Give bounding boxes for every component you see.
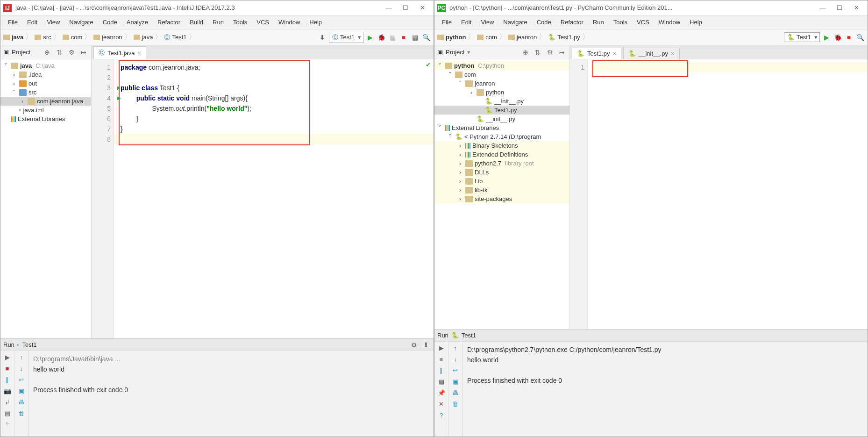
run-icon[interactable]: ▶ [365,33,375,42]
menu-edit[interactable]: Edit [22,17,42,28]
project-header[interactable]: ▣Project ⊕ ⇅ ↦ [0,45,91,59]
menu-navigate[interactable]: Navigate [498,17,532,28]
collapse-icon[interactable]: ↦ [79,48,88,57]
tab-close-icon[interactable]: × [671,50,675,57]
scroll-target-icon[interactable]: ⊕ [521,48,530,57]
close-button[interactable]: ✕ [414,2,431,14]
menu-tools[interactable]: Tools [228,17,252,28]
minimize-button[interactable]: ― [814,2,831,14]
print-icon[interactable]: 🖶 [17,398,26,406]
trash-icon[interactable]: 🗑 [451,400,460,408]
console-right[interactable]: D:\programs\python2.7\python.exe C:/pyth… [462,342,868,437]
breadcrumb[interactable]: ⒸTest1〉 [164,32,196,42]
more-icon[interactable]: » [6,420,8,426]
menu-navigate[interactable]: Navigate [64,17,98,28]
project-tree-right[interactable]: ˅pythonC:\python ˅com ˅jeanron ›python 🐍… [434,59,569,329]
run-config-select[interactable]: ⒸTest1 [329,32,363,43]
code-content-right[interactable]: print "hello world" [588,59,868,329]
download-icon[interactable] [421,340,431,350]
close-button[interactable]: ✕ [848,2,865,14]
down-icon[interactable]: ↓ [451,355,460,363]
menu-window[interactable]: Window [654,17,685,28]
project-header[interactable]: ▣Project▾ ⊕ ⇅ ↦ [434,45,569,59]
menu-analyze[interactable]: Analyze [122,17,153,28]
menu-file[interactable]: File [437,17,456,28]
menu-run[interactable]: Run [588,17,609,28]
stop-icon[interactable]: ■ [844,33,854,42]
menu-code[interactable]: Code [98,17,122,28]
run-icon[interactable]: ▶ [822,33,831,42]
scroll-target-icon[interactable]: ⊕ [43,48,52,57]
menu-run[interactable]: Run [208,17,228,28]
pause-icon[interactable]: ‖ [3,375,12,384]
wrap-icon[interactable]: ↩ [17,375,26,384]
code-content-left[interactable]: package com.jeanron.java; public class T… [114,59,434,338]
maximize-button[interactable]: ☐ [397,2,414,14]
tab-test1-py[interactable]: 🐍Test1.py× [572,48,621,59]
sort-icon[interactable]: ⇅ [55,48,64,57]
breadcrumb[interactable]: src〉 [35,32,60,42]
breadcrumb[interactable]: python〉 [437,32,475,42]
sort-icon[interactable]: ⇅ [533,48,542,57]
search-icon[interactable]: 🔍 [421,33,431,42]
tab-init-py[interactable]: 🐍__init__.py× [623,48,679,59]
wrap-icon[interactable]: ↩ [451,366,460,374]
pause-icon[interactable]: ‖ [437,366,446,374]
gear-icon[interactable] [545,48,555,57]
search-icon[interactable]: 🔍 [855,33,865,42]
print-icon[interactable]: 🖶 [451,388,460,397]
project-tree-left[interactable]: ˅javaC:\java ›.idea ›out ˅src ›com.jeanr… [0,59,91,338]
breadcrumb[interactable]: com〉 [477,32,506,42]
console-left[interactable]: D:\programs\Java8\bin\java ... hello wor… [28,351,434,437]
debug-icon[interactable]: 🐞 [377,33,386,42]
collapse-icon[interactable]: ↦ [557,48,567,57]
breadcrumb[interactable]: jeanron〉 [93,32,131,42]
menu-help[interactable]: Help [305,17,327,28]
breadcrumb[interactable]: 🐍Test1.py〉 [548,32,589,42]
stop-icon[interactable]: ■ [3,364,12,373]
maximize-button[interactable]: ☐ [831,2,848,14]
breadcrumb[interactable]: jeanron〉 [508,32,546,42]
down-icon[interactable]: ↓ [17,364,26,373]
rerun-icon[interactable]: ▶ [3,353,12,361]
menu-view[interactable]: View [42,17,64,28]
help-icon[interactable]: ? [437,411,446,419]
tab-close-icon[interactable]: × [612,50,616,57]
camera-icon[interactable]: 📷 [3,387,12,395]
menu-vcs[interactable]: VCS [632,17,654,28]
stop-icon[interactable]: ■ [437,355,446,363]
breadcrumb[interactable]: java〉 [134,32,163,42]
menu-help[interactable]: Help [685,17,707,28]
code-editor-right[interactable]: 1 print "hello world" [570,59,868,329]
structure-icon[interactable]: ▤ [410,33,420,42]
trash-icon[interactable]: 🗑 [17,409,26,417]
up-icon[interactable]: ↑ [17,353,26,361]
menu-vcs[interactable]: VCS [252,17,274,28]
debug-icon[interactable]: 🐞 [833,33,842,42]
pin-icon[interactable]: 📌 [437,388,446,397]
up-icon[interactable]: ↑ [451,344,460,352]
tab-close-icon[interactable]: × [138,50,142,57]
coverage-icon[interactable]: ▦ [388,33,397,42]
scroll-icon[interactable]: ▣ [17,387,26,395]
menu-window[interactable]: Window [274,17,305,28]
minimize-button[interactable]: ― [380,2,397,14]
tab-test1-java[interactable]: ⒸTest1.java× [93,46,146,59]
menu-code[interactable]: Code [532,17,556,28]
menu-tools[interactable]: Tools [609,17,632,28]
close-icon[interactable]: ✕ [437,400,446,408]
menu-file[interactable]: File [3,17,22,28]
stop-icon[interactable]: ■ [399,33,408,42]
gear-icon[interactable] [409,340,419,350]
rerun-icon[interactable]: ▶ [437,344,446,352]
exit-icon[interactable]: ↲ [3,398,12,406]
run-config-select[interactable]: 🐍Test1 [784,32,820,42]
scroll-icon[interactable]: ▣ [451,377,460,386]
breadcrumb[interactable]: java〉 [3,32,33,42]
make-icon[interactable]: ⬇ [318,33,327,42]
menu-refactor[interactable]: Refactor [556,17,588,28]
layout-icon[interactable]: ▤ [437,377,446,386]
menu-build[interactable]: Build [185,17,208,28]
menu-edit[interactable]: Edit [456,17,476,28]
code-editor-left[interactable]: 12 34 56 78 package com.jeanron.java; pu… [92,59,434,338]
